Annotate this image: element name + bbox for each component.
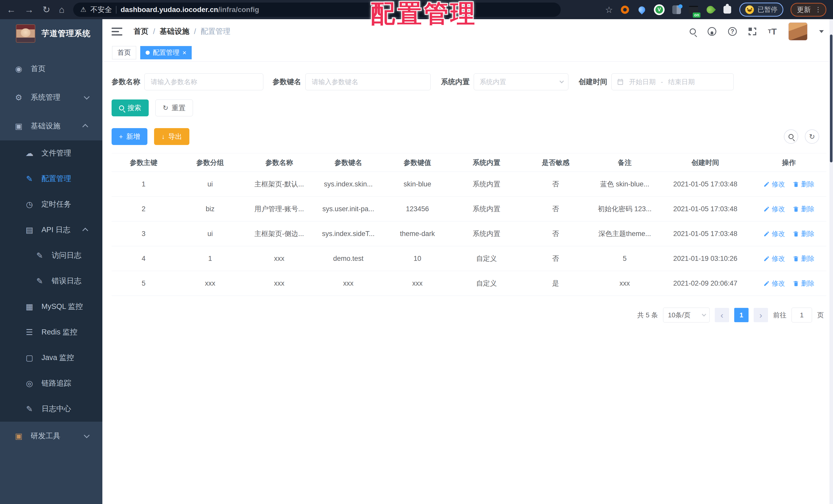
sidebar-item-java-monitor[interactable]: ▢Java 监控 bbox=[0, 345, 102, 371]
table-row: 5xxxxxxxxxxxx自定义是xxx2021-02-09 20:06:47修… bbox=[112, 271, 826, 296]
table-cell: 1 bbox=[112, 180, 175, 188]
app-title: 芋道管理系统 bbox=[42, 28, 91, 39]
param-name-input[interactable] bbox=[144, 73, 263, 90]
extension-leaf-icon[interactable] bbox=[706, 5, 715, 15]
sidebar-item-log-center[interactable]: ✎日志中心 bbox=[0, 396, 102, 422]
table-cell: sys.user.init-pa... bbox=[314, 205, 383, 213]
reset-button[interactable]: ↻ 重置 bbox=[155, 99, 193, 116]
sidebar-item-file-manage[interactable]: ☁文件管理 bbox=[0, 141, 102, 166]
delete-link[interactable]: 删除 bbox=[793, 279, 814, 288]
table-cell: 自定义 bbox=[452, 279, 521, 288]
sidebar-item-redis-monitor[interactable]: ☰Redis 监控 bbox=[0, 319, 102, 345]
table-cell: xxx bbox=[175, 279, 245, 287]
column-header: 系统内置 bbox=[452, 158, 521, 167]
edit-link[interactable]: 修改 bbox=[763, 279, 785, 288]
close-icon[interactable]: × bbox=[183, 49, 186, 56]
edit-link[interactable]: 修改 bbox=[763, 180, 785, 189]
forward-icon[interactable]: → bbox=[25, 5, 34, 14]
search-icon[interactable] bbox=[690, 28, 696, 34]
extension-pin-icon[interactable] bbox=[637, 5, 647, 15]
next-page-button[interactable]: › bbox=[754, 308, 768, 322]
font-size-icon[interactable]: TT bbox=[768, 27, 777, 36]
pagination: 共 5 条 10条/页 ‹ 1 › 前往 页 bbox=[112, 308, 826, 323]
page-1-button[interactable]: 1 bbox=[734, 308, 748, 322]
sidebar-item-label: 链路追踪 bbox=[42, 378, 71, 388]
sidebar-logo-row[interactable]: 芋道管理系统 bbox=[0, 19, 102, 48]
table-cell: xxx bbox=[314, 279, 383, 287]
page-size-select[interactable]: 10条/页 bbox=[663, 308, 710, 323]
sidebar-item-dev-tools[interactable]: ▣研发工具 bbox=[0, 422, 102, 450]
edit-link[interactable]: 修改 bbox=[763, 205, 785, 213]
delete-link[interactable]: 删除 bbox=[793, 180, 814, 189]
table-cell: 2021-01-05 17:03:48 bbox=[659, 230, 752, 238]
profile-paused-badge[interactable]: 已暂停 bbox=[739, 3, 783, 17]
delete-link[interactable]: 删除 bbox=[793, 254, 814, 263]
sidebar-item-system[interactable]: ⚙系统管理 bbox=[0, 83, 102, 112]
sidebar-toggle-icon[interactable] bbox=[112, 28, 122, 35]
home-icon[interactable]: ⌂ bbox=[59, 5, 65, 14]
goto-page-input[interactable] bbox=[791, 308, 812, 323]
github-icon[interactable] bbox=[708, 27, 716, 36]
edit-link[interactable]: 修改 bbox=[763, 254, 785, 263]
date-separator: - bbox=[661, 78, 663, 86]
sidebar-item-label: 定时任务 bbox=[42, 199, 71, 209]
sidebar-item-home[interactable]: ◉首页 bbox=[0, 54, 102, 83]
url-bar[interactable]: ⚠ 不安全 dashboard.yudao.iocoder.cn/infra/c… bbox=[73, 3, 561, 17]
bookmark-star-icon[interactable]: ☆ bbox=[605, 5, 613, 15]
chevron-down-icon[interactable] bbox=[819, 30, 824, 33]
tags-bar: 首页 配置管理 × bbox=[102, 44, 833, 61]
eye-icon: ◎ bbox=[24, 379, 35, 388]
fullscreen-icon[interactable] bbox=[748, 28, 756, 35]
add-button[interactable]: + 新增 bbox=[112, 128, 147, 145]
table-cell: 2021-01-05 17:03:48 bbox=[659, 205, 752, 213]
sidebar-item-error-log[interactable]: ✎错误日志 bbox=[0, 268, 102, 294]
export-button[interactable]: ↓ 导出 bbox=[154, 128, 189, 145]
sidebar-item-mysql-monitor[interactable]: ▦MySQL 监控 bbox=[0, 294, 102, 319]
breadcrumb-infrastructure[interactable]: 基础设施 bbox=[160, 26, 189, 36]
breadcrumb-home[interactable]: 首页 bbox=[134, 26, 148, 36]
edit-link[interactable]: 修改 bbox=[763, 229, 785, 238]
scrollbar-thumb[interactable] bbox=[830, 34, 832, 162]
sidebar-item-infrastructure[interactable]: ▣基础设施 bbox=[0, 112, 102, 141]
extensions-puzzle-icon[interactable] bbox=[722, 5, 732, 15]
column-header: 参数主键 bbox=[112, 158, 175, 167]
prev-page-button[interactable]: ‹ bbox=[715, 308, 729, 322]
delete-link[interactable]: 删除 bbox=[793, 205, 814, 213]
browser-update-button[interactable]: 更新 ⋮ bbox=[790, 3, 826, 17]
table-cell-actions: 修改删除 bbox=[752, 180, 826, 189]
sidebar-item-scheduled-jobs[interactable]: ◷定时任务 bbox=[0, 192, 102, 217]
sidebar-item-trace[interactable]: ◎链路追踪 bbox=[0, 371, 102, 396]
tab-config-manage[interactable]: 配置管理 × bbox=[140, 46, 192, 59]
breadcrumb-separator: / bbox=[153, 27, 155, 36]
chevron-down-icon bbox=[702, 312, 706, 317]
date-range-picker[interactable]: 开始日期 - 结束日期 bbox=[611, 73, 734, 90]
table-cell: 2 bbox=[112, 205, 175, 213]
tab-home[interactable]: 首页 bbox=[112, 46, 136, 59]
extension-dark-icon[interactable]: on bbox=[689, 5, 698, 15]
search-button[interactable]: 搜索 bbox=[112, 99, 149, 116]
table-cell: 2021-01-05 17:03:48 bbox=[659, 180, 752, 188]
search-icon bbox=[119, 105, 124, 110]
column-header: 参数分组 bbox=[175, 158, 245, 167]
back-icon[interactable]: ← bbox=[7, 5, 16, 14]
user-avatar[interactable] bbox=[788, 23, 807, 41]
table-cell-actions: 修改删除 bbox=[752, 205, 826, 213]
help-icon[interactable]: ? bbox=[728, 27, 737, 36]
extension-squares-icon[interactable] bbox=[672, 5, 682, 15]
extension-orange-icon[interactable] bbox=[620, 5, 630, 15]
sidebar-item-access-log[interactable]: ✎访问日志 bbox=[0, 243, 102, 268]
scrollbar[interactable] bbox=[829, 19, 833, 504]
param-key-input[interactable] bbox=[305, 73, 431, 90]
refresh-table-button[interactable]: ↻ bbox=[805, 129, 819, 144]
vue-devtools-icon[interactable]: V bbox=[654, 4, 665, 15]
table-cell: 1 bbox=[175, 255, 245, 262]
toggle-search-button[interactable] bbox=[784, 129, 798, 144]
menu-dots-icon[interactable]: ⋮ bbox=[815, 6, 822, 14]
sidebar-item-api-log[interactable]: ▤API 日志 bbox=[0, 217, 102, 243]
reload-icon[interactable]: ↻ bbox=[43, 5, 50, 14]
table-cell: 否 bbox=[521, 204, 590, 213]
table-cell: 蓝色 skin-blue... bbox=[590, 179, 659, 189]
system-builtin-select[interactable]: 系统内置 bbox=[474, 73, 568, 90]
sidebar-item-config-manage[interactable]: ✎配置管理 bbox=[0, 166, 102, 192]
delete-link[interactable]: 删除 bbox=[793, 229, 814, 238]
